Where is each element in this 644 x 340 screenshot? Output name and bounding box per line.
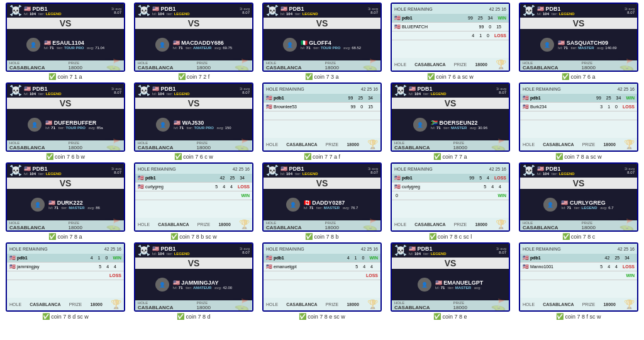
grid-cell: HOLE REMAINING 42 25 16 🇺🇸 pdb1 410 WIN … [3, 242, 128, 320]
grid-cell: ☠️ 🇺🇸 PDB1 lvl: 104 tier: LEGEND 3i avg … [3, 3, 128, 80]
grid-cell: ☠️ 🇺🇸 PDB1 lvl: 104 tier: LEGEND 3i avg … [259, 3, 385, 80]
vs-card[interactable]: ☠️ 🇺🇸 PDB1 lvl: 104 tier: LEGEND 3i avg … [262, 162, 382, 232]
card-label: ✅coin 7 7 a f [304, 153, 340, 160]
card-label: ✅coin 7 8 f sc w [556, 313, 601, 320]
vs-card[interactable]: ☠️ 🇺🇸 PDB1 lvl: 104 tier: LEGEND 3i avg … [6, 162, 125, 232]
sc-card[interactable]: HOLE REMAINING 42 25 16 🇺🇸 pdb1 992534 W… [391, 3, 510, 72]
vs-card[interactable]: ☠️ 🇺🇸 PDB1 lvl: 104 tier: LEGEND 3i avg … [6, 82, 125, 152]
card-label: ✅coin 7 8 c [562, 233, 596, 240]
check-icon: ✅ [177, 313, 184, 320]
check-icon: ✅ [42, 313, 50, 320]
check-icon: ✅ [46, 153, 53, 160]
card-label: ✅coin 7 8 b sc w [170, 233, 217, 240]
vs-card[interactable]: ☠️ 🇺🇸 PDB1 lvl: 104 tier: LEGEND 3i avg … [519, 3, 638, 72]
card-label: ✅coin 7 6 a sc w [427, 73, 474, 80]
card-label: ✅coin 7 8 b [305, 233, 338, 240]
check-icon: ✅ [174, 153, 182, 160]
card-label: ✅coin 7 8 d [177, 313, 210, 320]
grid-cell: ☠️ 🇺🇸 PDB1 lvl: 104 tier: LEGEND 3i avg … [259, 162, 385, 240]
card-label: ✅coin 7 2 f [178, 73, 210, 80]
card-label: ✅coin 7 8 e sc w [299, 313, 345, 320]
check-icon: ✅ [433, 313, 441, 320]
vs-card[interactable]: ☠️ 🇺🇸 PDB1 lvl: 104 tier: LEGEND 3i avg … [262, 3, 382, 72]
check-icon: ✅ [170, 233, 178, 240]
vs-card[interactable]: ☠️ 🇺🇸 PDB1 lvl: 104 tier: LEGEND 3i avg … [391, 82, 510, 152]
card-grid: ☠️ 🇺🇸 PDB1 lvl: 104 tier: LEGEND 3i avg … [0, 0, 644, 322]
card-label: ✅coin 7 8 e [433, 313, 467, 320]
card-label: ✅coin 7 3 a [305, 73, 338, 80]
check-icon: ✅ [562, 73, 569, 80]
grid-cell: HOLE REMAINING 42 25 16 🇺🇸 pdb1 410 WIN … [259, 242, 385, 320]
grid-cell: HOLE REMAINING 42 25 16 🇺🇸 pdb1 422534 🇺… [516, 242, 641, 320]
vs-card[interactable]: ☠️ 🇺🇸 PDB1 lvl: 104 tier: LEGEND 3i avg … [134, 242, 253, 312]
check-icon: ✅ [562, 233, 570, 240]
sc-card[interactable]: HOLE REMAINING 42 25 16 🇺🇸 pdb1 410 WIN … [6, 242, 125, 312]
card-label: ✅coin 7 6 b w [46, 153, 85, 160]
check-icon: ✅ [555, 153, 563, 160]
check-icon: ✅ [305, 233, 313, 240]
card-label: ✅coin 7 8 d sc w [42, 313, 89, 320]
grid-cell: ☠️ 🇺🇸 PDB1 lvl: 104 tier: LEGEND 3i avg … [516, 3, 641, 80]
grid-cell: ☠️ 🇺🇸 PDB1 lvl: 104 tier: LEGEND 3i avg … [131, 3, 257, 80]
check-icon: ✅ [305, 73, 313, 80]
card-label: ✅coin 7 8 a [48, 233, 82, 240]
grid-cell: HOLE REMAINING 42 25 16 🇺🇸 pdb1 422534 🇺… [131, 162, 257, 240]
grid-cell: ☠️ 🇺🇸 PDB1 lvl: 104 tier: LEGEND 3i avg … [3, 82, 128, 160]
sc-card[interactable]: HOLE REMAINING 42 25 16 🇺🇸 pdb1 992534 W… [519, 82, 638, 152]
check-icon: ✅ [433, 153, 441, 160]
check-icon: ✅ [48, 73, 56, 80]
grid-cell: ☠️ 🇺🇸 PDB1 lvl: 104 tier: LEGEND 3i avg … [131, 82, 257, 160]
card-label: ✅coin 7 1 a [48, 73, 82, 80]
sc-card[interactable]: HOLE REMAINING 42 25 16 🇺🇸 pdb1 422534 🇺… [134, 162, 253, 232]
grid-cell: ☠️ 🇺🇸 PDB1 lvl: 104 tier: LEGEND 3i avg … [387, 242, 513, 320]
check-icon: ✅ [429, 233, 436, 240]
card-label: ✅coin 7 7 a [433, 153, 467, 160]
check-icon: ✅ [299, 313, 306, 320]
sc-card[interactable]: HOLE REMAINING 42 25 16 🇺🇸 pdb1 992534 🇺… [262, 82, 382, 152]
card-label: ✅coin 7 8 c sc l [429, 233, 472, 240]
sc-card[interactable]: HOLE REMAINING 42 25 16 🇺🇸 pdb1 9954 LOS… [391, 162, 510, 232]
check-icon: ✅ [48, 233, 56, 240]
vs-card[interactable]: ☠️ 🇺🇸 PDB1 lvl: 104 tier: LEGEND 3i avg … [134, 3, 253, 72]
card-label: ✅coin 7 8 a sc w [555, 153, 602, 160]
grid-cell: HOLE REMAINING 42 25 16 🇺🇸 pdb1 992534 W… [516, 82, 641, 160]
grid-cell: ☠️ 🇺🇸 PDB1 lvl: 104 tier: LEGEND 3i avg … [387, 82, 513, 160]
check-icon: ✅ [178, 73, 186, 80]
check-icon: ✅ [556, 313, 564, 320]
vs-card[interactable]: ☠️ 🇺🇸 PDB1 lvl: 104 tier: LEGEND 3i avg … [391, 242, 510, 312]
grid-cell: HOLE REMAINING 42 25 16 🇺🇸 pdb1 992534 W… [387, 3, 513, 80]
sc-card[interactable]: HOLE REMAINING 42 25 16 🇺🇸 pdb1 422534 🇺… [519, 242, 638, 312]
check-icon: ✅ [304, 153, 311, 160]
grid-cell: ☠️ 🇺🇸 PDB1 lvl: 104 tier: LEGEND 3i avg … [3, 162, 128, 240]
check-icon: ✅ [427, 73, 435, 80]
grid-cell: HOLE REMAINING 42 25 16 🇺🇸 pdb1 9954 LOS… [387, 162, 513, 240]
vs-card[interactable]: ☠️ 🇺🇸 PDB1 lvl: 104 tier: LEGEND 3i avg … [134, 82, 253, 152]
vs-card[interactable]: ☠️ 🇺🇸 PDB1 lvl: 104 tier: LEGEND 3i avg … [6, 3, 125, 72]
grid-cell: HOLE REMAINING 42 25 16 🇺🇸 pdb1 992534 🇺… [259, 82, 385, 160]
vs-card[interactable]: ☠️ 🇺🇸 PDB1 lvl: 104 tier: LEGEND 3i avg … [519, 162, 638, 232]
sc-card[interactable]: HOLE REMAINING 42 25 16 🇺🇸 pdb1 410 WIN … [262, 242, 382, 312]
card-label: ✅coin 7 6 a [562, 73, 595, 80]
grid-cell: ☠️ 🇺🇸 PDB1 lvl: 104 tier: LEGEND 3i avg … [131, 242, 257, 320]
grid-cell: ☠️ 🇺🇸 PDB1 lvl: 104 tier: LEGEND 3i avg … [516, 162, 641, 240]
card-label: ✅coin 7 6 c w [174, 153, 213, 160]
